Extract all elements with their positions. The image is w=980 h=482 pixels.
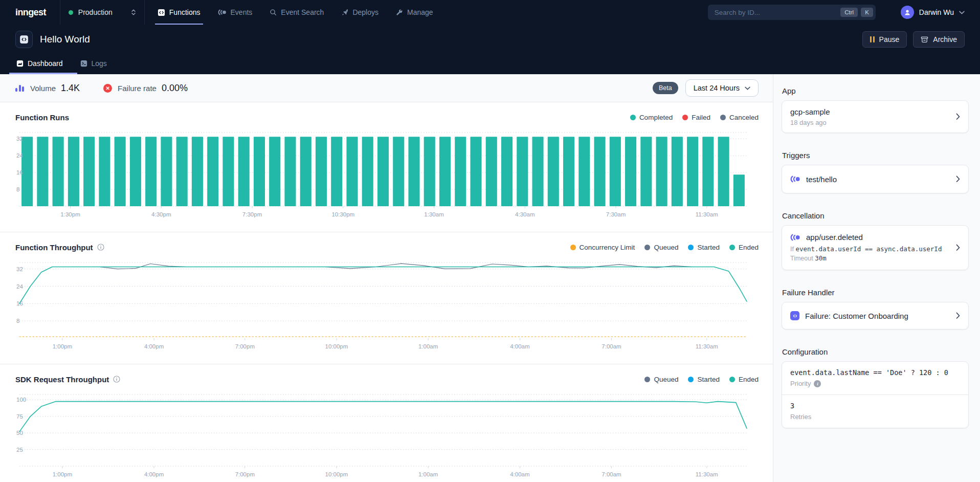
priority-label: Priority — [790, 380, 811, 387]
svg-text:4:00am: 4:00am — [510, 471, 529, 477]
nav-tab-event-search[interactable]: Event Search — [261, 0, 332, 25]
legend-item-queued: Queued — [644, 244, 678, 251]
legend-dot — [729, 245, 735, 250]
svg-text:11:30am: 11:30am — [696, 471, 718, 477]
environment-selector[interactable]: Production — [60, 0, 144, 25]
legend-dot — [644, 245, 650, 250]
svg-text:7:00am: 7:00am — [602, 343, 621, 349]
avatar — [901, 6, 914, 19]
failure-rate-value: 0.00% — [162, 83, 188, 94]
nav-tab-deploys[interactable]: Deploys — [332, 0, 387, 25]
retries-label: Retries — [790, 413, 811, 421]
info-icon — [113, 376, 120, 383]
cancellation-timeout: Timeout 30m — [790, 254, 948, 262]
configuration-card: event.data.lastName == 'Doe' ? 120 : 0 P… — [782, 361, 969, 428]
function-runs-chart: 81624321:30pm4:30pm7:30pm10:30pm1:30am4:… — [15, 128, 748, 220]
legend-item-canceled: Canceled — [720, 114, 759, 121]
legend-item-started: Started — [688, 244, 720, 251]
kbd-ctrl: Ctrl — [840, 8, 858, 17]
sdk-throughput-section: SDK Request Throughput QueuedStartedEnde… — [0, 364, 773, 482]
time-range-dropdown[interactable]: Last 24 Hours — [685, 79, 759, 97]
legend-item-concurrency-limit: Concurrency Limit — [570, 244, 635, 251]
user-name: Darwin Wu — [919, 8, 954, 16]
function-icon — [15, 31, 33, 48]
svg-text:16: 16 — [16, 169, 23, 176]
app-card[interactable]: gcp-sample 18 days ago — [782, 100, 969, 133]
archive-icon — [921, 36, 928, 43]
svg-text:24: 24 — [16, 283, 23, 290]
function-tabs: DashboardLogs — [15, 59, 965, 74]
function-icon — [790, 311, 799, 320]
search-input[interactable]: Search by ID... Ctrl K — [708, 5, 876, 20]
chevron-down-icon — [745, 86, 750, 90]
cancellation-condition: If event.data.userId == async.data.userI… — [790, 245, 948, 253]
svg-text:24: 24 — [16, 152, 23, 159]
tab-label: Deploys — [352, 8, 378, 16]
nav-tab-events[interactable]: Events — [209, 0, 261, 25]
beta-badge: Beta — [653, 82, 678, 94]
trigger-card[interactable]: test/hello — [782, 165, 969, 193]
tab-dashboard[interactable]: Dashboard — [15, 59, 64, 74]
tab-label: Event Search — [281, 8, 324, 16]
nav-tab-manage[interactable]: Manage — [387, 0, 442, 25]
tab-label: Manage — [407, 8, 433, 16]
sdk-throughput-chart: 2550751001:00pm4:00pm7:00pm10:00pm1:00am… — [15, 390, 748, 480]
cancellation-expression: event.data.userId == async.data.userId — [795, 245, 942, 253]
cancellation-card[interactable]: app/user.deleted If event.data.userId ==… — [782, 225, 969, 270]
rocket-icon — [341, 9, 348, 16]
events-icon — [218, 9, 227, 15]
svg-text:4:00am: 4:00am — [510, 343, 529, 349]
function-throughput-section: Function Throughput Concurrency LimitQue… — [0, 232, 773, 364]
svg-text:10:00pm: 10:00pm — [325, 471, 348, 477]
config-retries-row: 3 Retries — [782, 395, 968, 428]
svg-text:10:30pm: 10:30pm — [331, 211, 354, 217]
svg-text:100: 100 — [16, 397, 26, 403]
priority-expression: event.data.lastName == 'Doe' ? 120 : 0 — [790, 368, 960, 377]
failure-rate-label: Failure rate — [118, 84, 157, 93]
dashboard-content: Volume 1.4K ✕ Failure rate 0.00% Beta La… — [0, 74, 773, 482]
legend-item-ended: Ended — [729, 244, 759, 251]
logs-icon — [80, 60, 87, 67]
legend-dot — [644, 377, 650, 382]
page-title: Hello World — [40, 34, 90, 45]
svg-text:1:00pm: 1:00pm — [53, 471, 72, 477]
tab-label: Logs — [92, 59, 107, 68]
failure-handler-name: Failure: Customer Onboarding — [805, 312, 908, 320]
triggers-heading: Triggers — [782, 151, 969, 160]
svg-text:1:30pm: 1:30pm — [60, 211, 80, 217]
environment-label: Production — [78, 8, 113, 16]
svg-text:50: 50 — [16, 430, 23, 436]
chart-legend: Concurrency LimitQueuedStartedEnded — [570, 244, 759, 251]
pause-button[interactable]: Pause — [862, 31, 907, 48]
nav-tab-functions[interactable]: Functions — [149, 0, 209, 25]
chevron-right-icon — [956, 176, 960, 183]
failure-handler-card[interactable]: Failure: Customer Onboarding — [782, 302, 969, 330]
legend-dot — [630, 115, 636, 120]
user-menu[interactable]: Darwin Wu — [887, 6, 980, 19]
svg-text:1:00am: 1:00am — [418, 471, 438, 477]
pause-label: Pause — [879, 35, 900, 43]
chart-legend: QueuedStartedEnded — [644, 376, 759, 383]
configuration-heading: Configuration — [782, 347, 969, 356]
svg-text:7:00am: 7:00am — [602, 471, 621, 477]
archive-button[interactable]: Archive — [913, 31, 965, 48]
main: Volume 1.4K ✕ Failure rate 0.00% Beta La… — [0, 74, 980, 482]
legend-dot — [688, 377, 694, 382]
tab-label: Events — [231, 8, 253, 16]
svg-text:1:00am: 1:00am — [418, 343, 438, 349]
info-icon — [97, 244, 104, 251]
chevron-right-icon — [956, 312, 960, 319]
volume-icon — [15, 85, 24, 92]
app-updated: 18 days ago — [790, 119, 948, 126]
legend-dot — [729, 377, 735, 382]
chart-title: Function Throughput — [15, 243, 93, 252]
legend-dot — [688, 245, 694, 250]
tab-logs[interactable]: Logs — [79, 59, 108, 74]
legend-item-queued: Queued — [644, 376, 678, 383]
info-icon[interactable]: i — [814, 380, 821, 387]
cancellation-timeout-value: 30m — [815, 254, 827, 262]
chevron-updown-icon — [131, 9, 136, 16]
dashboard-icon — [16, 60, 24, 67]
svg-text:7:30pm: 7:30pm — [242, 211, 262, 217]
svg-text:11:30am: 11:30am — [696, 211, 718, 217]
